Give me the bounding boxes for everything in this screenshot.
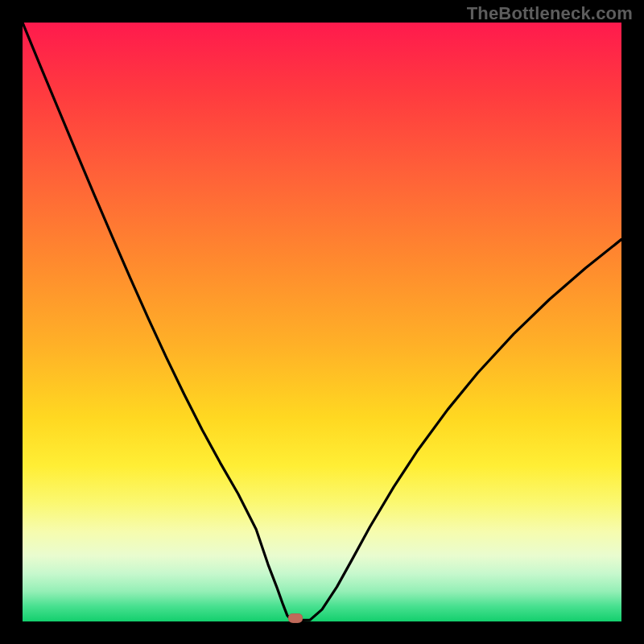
curve-svg bbox=[23, 23, 621, 621]
plot-area bbox=[23, 23, 621, 621]
optimum-marker bbox=[288, 613, 303, 623]
watermark-text: TheBottleneck.com bbox=[467, 3, 633, 24]
bottleneck-curve bbox=[23, 23, 621, 621]
chart-frame: TheBottleneck.com bbox=[0, 0, 644, 644]
